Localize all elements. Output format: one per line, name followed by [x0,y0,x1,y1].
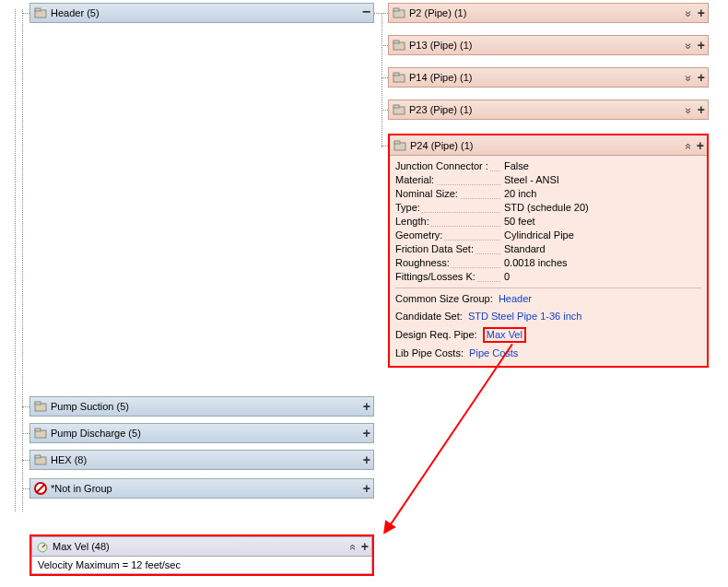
prop-lib-pipe-costs: Lib Pipe Costs: Pipe Costs [395,346,701,360]
expand-icon[interactable]: + [363,427,370,440]
expand-icon[interactable]: + [363,453,370,466]
svg-rect-7 [35,455,41,458]
prop-roughness: Roughness:0.0018 inches [395,256,701,270]
folder-icon [34,427,47,440]
pipe-row-p23[interactable]: P23 (Pipe) (1) + [388,100,709,120]
svg-rect-15 [393,73,399,76]
collapse-icon[interactable]: − [362,5,370,19]
link-common-size-group[interactable]: Header [499,293,532,304]
link-design-req-pipe[interactable]: Max Vel [483,327,526,343]
svg-rect-1 [35,8,41,11]
prop-nominal-size: Nominal Size:20 inch [395,187,701,201]
pipe-label: P14 (Pipe) (1) [409,72,686,83]
annotation-arrow [385,344,513,532]
prop-geometry: Geometry:Cylindrical Pipe [395,229,701,242]
pipe-label: P2 (Pipe) (1) [409,7,686,18]
svg-rect-5 [35,429,41,431]
svg-rect-3 [35,402,41,405]
prop-junction-connector: Junction Connector :False [395,159,701,173]
maxvel-body: Velocity Maximum = 12 feet/sec [31,557,372,574]
group-row-not-in-group[interactable]: *Not in Group + [29,478,374,499]
chevron-up-icon[interactable] [349,540,356,553]
expand-icon[interactable]: + [698,103,705,116]
no-entry-icon [34,482,47,495]
folder-icon [34,6,47,19]
folder-icon [34,400,47,413]
group-label: Pump Discharge (5) [51,428,363,439]
prop-length: Length:50 feet [395,215,701,229]
folder-icon [34,453,47,466]
pipe-detail-p24: P24 (Pipe) (1) + Junction Connector :Fal… [388,134,709,368]
group-label: *Not in Group [51,483,363,494]
link-lib-pipe-costs[interactable]: Pipe Costs [469,347,518,358]
link-candidate-set[interactable]: STD Steel Pipe 1-36 inch [468,311,582,322]
folder-icon [393,139,406,152]
annotation-arrow-head [378,520,395,537]
expand-icon[interactable]: + [698,71,705,84]
folder-icon [393,39,405,52]
group-label: HEX (8) [51,454,363,465]
group-label: Header (5) [51,7,362,18]
expand-icon[interactable]: + [697,139,704,152]
folder-icon [393,6,405,19]
prop-design-req-pipe: Design Req. Pipe: Max Vel [395,327,701,343]
expand-icon[interactable]: + [363,482,370,495]
prop-friction-data-set: Friction Data Set:Standard [395,242,701,256]
folder-icon [393,103,405,116]
group-row-maxvel[interactable]: Max Vel (48) + [31,536,372,557]
chevron-down-icon[interactable] [686,71,692,84]
pipe-label: P24 (Pipe) (1) [410,140,685,151]
prop-type: Type:STD (schedule 20) [395,201,701,215]
prop-common-size-group: Common Size Group: Header [395,292,701,306]
expand-icon[interactable]: + [363,400,370,413]
group-row-pump-discharge[interactable]: Pump Discharge (5) + [29,423,374,443]
svg-rect-13 [393,41,399,43]
svg-rect-17 [393,105,399,108]
chevron-down-icon[interactable] [686,39,692,52]
expand-icon[interactable]: + [698,39,705,52]
prop-fittings-losses-k: Fittings/Losses K:0 [395,270,701,284]
chevron-down-icon[interactable] [686,103,692,116]
pipe-row-p2[interactable]: P2 (Pipe) (1) + [388,3,709,23]
pipe-row-p13[interactable]: P13 (Pipe) (1) + [388,35,709,55]
prop-candidate-set: Candidate Set: STD Steel Pipe 1-36 inch [395,310,701,323]
expand-icon[interactable]: + [361,540,369,553]
svg-rect-19 [394,141,400,144]
pipe-label: P13 (Pipe) (1) [409,40,686,51]
group-row-hex[interactable]: HEX (8) + [29,450,374,470]
pipe-label: P23 (Pipe) (1) [409,104,686,115]
pipe-row-p14[interactable]: P14 (Pipe) (1) + [388,67,709,88]
prop-material: Material:Steel - ANSI [395,173,701,187]
pipe-row-p24[interactable]: P24 (Pipe) (1) + [390,135,707,156]
folder-icon [393,71,405,84]
group-label: Pump Suction (5) [51,401,363,412]
expand-icon[interactable]: + [698,6,705,19]
group-label: Max Vel (48) [53,541,349,552]
gauge-icon [36,540,49,553]
chevron-down-icon[interactable] [686,6,692,19]
group-row-pump-suction[interactable]: Pump Suction (5) + [29,396,374,417]
svg-rect-11 [393,8,399,11]
chevron-up-icon[interactable] [685,139,691,152]
group-maxvel: Max Vel (48) + Velocity Maximum = 12 fee… [29,534,374,576]
group-row-header[interactable]: Header (5) − [29,3,374,23]
